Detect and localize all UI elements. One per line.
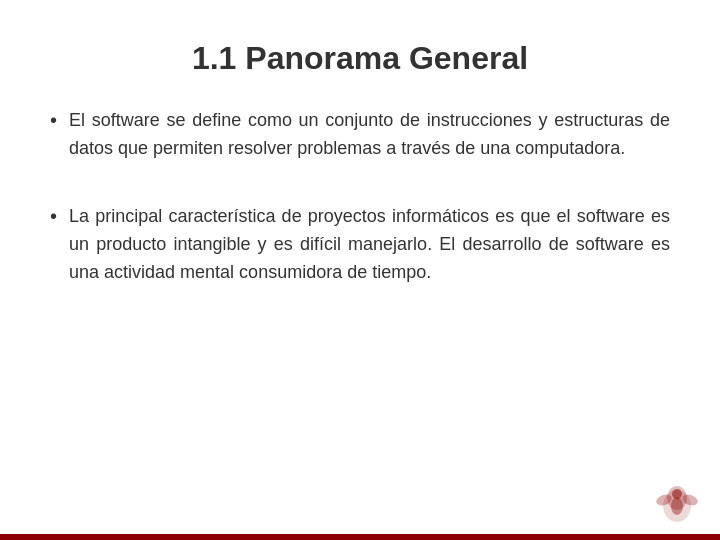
bullet-dot-1: • — [50, 109, 57, 132]
bottom-bar — [0, 534, 720, 540]
logo-area — [652, 478, 702, 528]
slide-title: 1.1 Panorama General — [50, 40, 670, 77]
bullet-section-2: • La principal característica de proyect… — [50, 203, 670, 305]
logo-icon — [652, 478, 702, 528]
bullet-item-1: • El software se define como un conjunto… — [50, 107, 670, 163]
bullet-text-2: La principal característica de proyectos… — [69, 203, 670, 287]
bullet-item-2: • La principal característica de proyect… — [50, 203, 670, 287]
bullet-section-1: • El software se define como un conjunto… — [50, 107, 670, 181]
slide-container: 1.1 Panorama General • El software se de… — [0, 0, 720, 540]
bullet-text-1: El software se define como un conjunto d… — [69, 107, 670, 163]
bullet-dot-2: • — [50, 205, 57, 228]
